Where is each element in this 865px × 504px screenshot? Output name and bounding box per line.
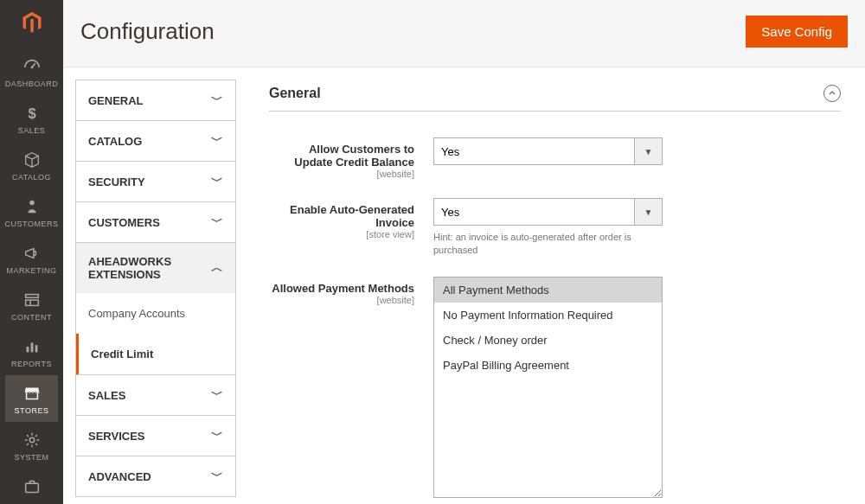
config-tab-customers: CUSTOMERS﹀ — [75, 201, 236, 243]
magento-logo — [20, 10, 44, 35]
chevron-down-icon: ﹀ — [211, 133, 223, 149]
section-header[interactable]: General — [269, 85, 841, 112]
chevron-down-icon: ﹀ — [211, 214, 223, 230]
config-tab-header[interactable]: SERVICES﹀ — [76, 416, 235, 456]
nav-label: STORES — [15, 406, 49, 415]
config-tab-sales: SALES﹀ — [75, 374, 236, 416]
svg-rect-3 — [25, 295, 38, 298]
field-scope: [store view] — [269, 229, 414, 239]
field-allow-customers-update: Allow Customers to Update Credit Balance… — [269, 137, 841, 179]
chevron-down-icon: ﹀ — [211, 428, 223, 443]
gear-icon — [22, 431, 42, 450]
svg-point-9 — [29, 437, 35, 443]
dropdown-arrow-icon[interactable]: ▼ — [635, 198, 663, 226]
config-tab-advanced: ADVANCED﹀ — [75, 456, 236, 497]
nav-marketing[interactable]: MARKETING — [5, 235, 59, 282]
nav-label: DASHBOARD — [5, 80, 59, 88]
payment-option[interactable]: PayPal Billing Agreement — [434, 353, 662, 378]
svg-rect-4 — [25, 300, 38, 305]
config-tab-security: SECURITY﹀ — [75, 161, 236, 202]
blocks-icon — [22, 290, 42, 309]
cube-icon — [22, 150, 42, 169]
config-tab-general: GENERAL﹀ — [75, 80, 236, 121]
payment-methods-multiselect[interactable]: All Payment MethodsNo Payment Informatio… — [433, 277, 663, 498]
collapse-icon[interactable] — [823, 85, 841, 102]
config-tab-aheadworks-extensions: AHEADWORKS EXTENSIONS︿Company AccountsCr… — [75, 242, 236, 375]
field-label: Allowed Payment Methods — [269, 282, 414, 295]
nav-catalog[interactable]: CATALOG — [5, 142, 59, 188]
chevron-up-icon: ︿ — [211, 260, 223, 276]
section-title: General — [269, 86, 321, 101]
chevron-down-icon: ﹀ — [211, 469, 223, 484]
store-icon — [22, 384, 42, 403]
briefcase-icon — [22, 477, 42, 496]
payment-option[interactable]: No Payment Information Required — [434, 303, 662, 328]
allow-update-select[interactable]: Yes — [433, 137, 635, 165]
config-subtab-company-accounts[interactable]: Company Accounts — [76, 293, 235, 334]
config-tab-header[interactable]: AHEADWORKS EXTENSIONS︿ — [76, 243, 235, 293]
svg-rect-6 — [26, 347, 29, 352]
bars-icon — [22, 337, 42, 356]
nav-reports[interactable]: REPORTS — [5, 329, 59, 375]
config-tab-header[interactable]: SECURITY﹀ — [76, 162, 235, 201]
config-subtab-credit-limit[interactable]: Credit Limit — [76, 334, 235, 374]
chevron-down-icon: ﹀ — [211, 387, 223, 403]
svg-text:$: $ — [28, 105, 35, 121]
svg-rect-10 — [25, 483, 38, 492]
chevron-down-icon: ﹀ — [211, 174, 223, 189]
field-payment-methods: Allowed Payment Methods [website] All Pa… — [269, 277, 841, 498]
payment-option[interactable]: All Payment Methods — [434, 278, 662, 303]
dollar-icon: $ — [22, 104, 42, 123]
field-auto-invoice: Enable Auto-Generated Invoice [store vie… — [269, 198, 841, 258]
nav-label: CATALOG — [12, 173, 51, 182]
payment-option[interactable]: Check / Money order — [434, 328, 662, 353]
field-hint: Hint: an invoice is auto-generated after… — [433, 231, 663, 258]
config-tab-catalog: CATALOG﹀ — [75, 120, 236, 162]
nav-label: REPORTS — [11, 360, 52, 368]
svg-rect-7 — [30, 342, 33, 352]
nav-label: CUSTOMERS — [5, 220, 59, 228]
admin-left-nav: DASHBOARD$SALESCATALOGCUSTOMERSMARKETING… — [0, 0, 63, 504]
nav-dashboard[interactable]: DASHBOARD — [5, 48, 59, 95]
nav-system[interactable]: SYSTEM — [5, 422, 59, 469]
config-tab-header[interactable]: ADVANCED﹀ — [76, 456, 235, 496]
field-label: Allow Customers to Update Credit Balance — [269, 143, 414, 169]
dashboard-icon — [22, 57, 42, 76]
config-form: General Allow Customers to Update Credit… — [236, 67, 865, 504]
config-tab-header[interactable]: GENERAL﹀ — [76, 80, 235, 120]
field-scope: [website] — [269, 295, 414, 305]
nav-customers[interactable]: CUSTOMERS — [5, 188, 59, 235]
person-icon — [22, 197, 42, 216]
nav-label: SALES — [18, 126, 46, 135]
nav-stores[interactable]: STORES — [5, 375, 59, 422]
config-tab-header[interactable]: CATALOG﹀ — [76, 121, 235, 161]
svg-point-0 — [30, 67, 33, 69]
svg-rect-8 — [35, 345, 37, 352]
nav-content[interactable]: CONTENT — [5, 282, 59, 329]
field-label: Enable Auto-Generated Invoice — [269, 203, 414, 229]
svg-point-2 — [29, 201, 35, 206]
config-tab-services: SERVICES﹀ — [75, 415, 236, 456]
page-title: Configuration — [80, 18, 215, 45]
nav-label: SYSTEM — [14, 453, 48, 462]
nav-label: CONTENT — [11, 313, 52, 322]
auto-invoice-select[interactable]: Yes — [433, 198, 635, 226]
page-header: Configuration Save Config — [63, 0, 865, 67]
dropdown-arrow-icon[interactable]: ▼ — [635, 137, 663, 165]
save-config-button[interactable]: Save Config — [746, 16, 848, 48]
field-scope: [website] — [269, 169, 414, 179]
nav-briefcase[interactable] — [5, 469, 59, 503]
nav-sales[interactable]: $SALES — [5, 95, 59, 142]
config-tab-header[interactable]: CUSTOMERS﹀ — [76, 202, 235, 242]
config-tabs: GENERAL﹀CATALOG﹀SECURITY﹀CUSTOMERS﹀AHEAD… — [63, 67, 236, 504]
nav-label: MARKETING — [6, 266, 56, 275]
megaphone-icon — [22, 244, 42, 263]
config-tab-header[interactable]: SALES﹀ — [76, 375, 235, 415]
chevron-down-icon: ﹀ — [211, 93, 223, 108]
